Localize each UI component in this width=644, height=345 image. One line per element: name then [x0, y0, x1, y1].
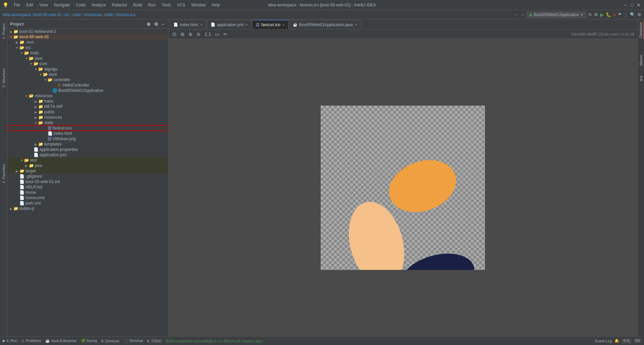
tree-item-pomxml[interactable]: 📄 pom.xml	[7, 200, 168, 206]
breadcrumb-item-2[interactable]: src	[64, 12, 70, 17]
keyboard-layout[interactable]: EN	[634, 339, 641, 343]
tree-item-templates[interactable]: ▶ 📁 templates	[7, 141, 168, 147]
tree-item-boot-pkg[interactable]: ▼ 📂 boot	[7, 72, 168, 77]
ime-status[interactable]: 中文	[622, 338, 631, 344]
todo-button[interactable]: 6: TODO	[147, 339, 162, 343]
tree-item-static[interactable]: ▼ 📂 static	[7, 120, 168, 125]
tree-item-metainf[interactable]: ▶ 📁 META-INF	[7, 104, 168, 109]
close-button[interactable]: ✕	[636, 2, 641, 8]
breadcrumb-item-1[interactable]: boot-05-web-01	[34, 12, 62, 17]
breadcrumb-item-4[interactable]: resources	[84, 12, 102, 17]
minimize-button[interactable]: ─	[623, 2, 628, 8]
menu-edit[interactable]: Edit	[23, 2, 36, 8]
tree-item-testjava[interactable]: ▶ 📁 java	[7, 163, 168, 168]
tree-item-public[interactable]: ▶ 📁 public	[7, 109, 168, 115]
tree-item-appyaml[interactable]: 📄 application.yml	[7, 152, 168, 158]
build-icon[interactable]: ⚙	[594, 12, 598, 17]
menu-vcs[interactable]: VCS	[174, 2, 188, 8]
spring-button[interactable]: 🌿 Spring	[81, 339, 97, 343]
tab-close-index[interactable]: ✕	[200, 23, 203, 26]
tree-item-boot05[interactable]: ▼ 📂 boot-05-web-01	[7, 34, 168, 40]
menu-view[interactable]: View	[37, 2, 51, 8]
right-sidebar-tab-maven[interactable]: Maven	[638, 53, 644, 67]
sidebar-tab-project[interactable]: 1: Project	[1, 22, 6, 40]
tree-item-atguigu[interactable]: ▼ 📂 atguigu	[7, 66, 168, 72]
tree-item-main[interactable]: ▼ 📂 main	[7, 50, 168, 56]
menu-code[interactable]: Code	[73, 2, 88, 8]
tab-close-favicon[interactable]: ✕	[282, 23, 285, 27]
stop-icon[interactable]: ■	[613, 12, 616, 17]
hide-panel-icon[interactable]: −	[161, 21, 165, 27]
debug-icon[interactable]: 🐛	[606, 12, 611, 17]
tab-index-html[interactable]: 📄 index.html ✕	[170, 20, 206, 29]
tree-item-resources2[interactable]: ▶ 📁 resources	[7, 115, 168, 120]
menu-analyze[interactable]: Analyze	[89, 2, 109, 8]
run-config-selector[interactable]: ▶ Boot05Web01Application ▼	[527, 12, 586, 18]
menu-file[interactable]: File	[11, 2, 23, 8]
zoom-out-button[interactable]: ⊖	[195, 31, 202, 38]
gear-icon[interactable]: ⚙	[153, 21, 159, 27]
right-sidebar-tab-ant[interactable]: Ant	[638, 74, 644, 83]
tree-item-index[interactable]: 📄 index.html	[7, 131, 168, 136]
tree-item-boot05app[interactable]: 🌐 Boot05Web01Application	[7, 88, 168, 93]
breadcrumb-item-5[interactable]: static	[104, 12, 114, 17]
breadcrumb-item-0[interactable]: idea-workspace	[3, 12, 31, 17]
scope-icon[interactable]: ⊕	[146, 21, 152, 27]
fit-page-button[interactable]: ⊡	[171, 31, 178, 38]
tab-close-boot05app[interactable]: ✕	[355, 23, 357, 26]
tree-item-mvnwcmd[interactable]: 📄 mvnw.cmd	[7, 195, 168, 200]
tree-item-gitignore[interactable]: 📄 .gitignore	[7, 174, 168, 179]
tree-item-test[interactable]: ▼ 📂 test	[7, 158, 168, 163]
menu-window[interactable]: Window	[189, 2, 208, 8]
menu-refactor[interactable]: Refactor	[109, 2, 130, 8]
run-panel-button[interactable]: ▶ 4: Run	[3, 339, 17, 343]
breadcrumb-item-6[interactable]: favicon.ico	[116, 12, 136, 17]
tree-item-haha[interactable]: ▶ 📁 haha	[7, 99, 168, 104]
coverage-icon[interactable]: ☂	[618, 12, 622, 17]
tab-close-appyml[interactable]: ✕	[245, 23, 248, 26]
color-picker-button[interactable]: ✏	[222, 31, 229, 38]
event-log-button[interactable]: Event Log	[595, 339, 612, 343]
menu-build[interactable]: Build	[130, 2, 145, 8]
tree-item-mvnw[interactable]: 📄 mvnw	[7, 190, 168, 195]
menu-navigate[interactable]: Navigate	[51, 2, 72, 8]
menu-run[interactable]: Run	[146, 2, 158, 8]
tab-boot05app[interactable]: ☕ Boot05Web01Application.java ✕	[289, 20, 361, 29]
zoom-in-button[interactable]: ⊕	[187, 31, 194, 38]
settings-icon[interactable]: ⚙	[637, 12, 641, 17]
menu-help[interactable]: Help	[209, 2, 223, 8]
tree-item-favicon[interactable]: 🖼 favicon.ico	[7, 125, 168, 131]
fit-frame-button[interactable]: ▭	[214, 31, 221, 38]
actual-size-button[interactable]: ⊞	[179, 31, 186, 38]
tree-item-helpmd[interactable]: 📄 HELP.md	[7, 184, 168, 190]
right-sidebar-tab-database[interactable]: Database	[638, 21, 644, 39]
notification-icon[interactable]: 🔔	[614, 339, 619, 343]
sidebar-tab-structure[interactable]: 2: Structure	[1, 67, 6, 89]
breadcrumb-item-3[interactable]: main	[72, 12, 81, 17]
search-everywhere-icon[interactable]: 🔍	[630, 12, 635, 17]
zoom-ratio-button[interactable]: 1:1	[203, 31, 212, 38]
tree-item-mvn[interactable]: ▶ 📁 .mvn	[7, 40, 168, 45]
tree-item-target[interactable]: ▶ 📁 target	[7, 168, 168, 174]
services-button[interactable]: 8: Services	[101, 339, 119, 343]
tree-item-boot01[interactable]: ▶ 📁 boot-01-helloworld-2	[7, 29, 168, 34]
run-icon[interactable]: ▶	[600, 12, 604, 17]
problems-button[interactable]: ⚠ Problems	[21, 339, 41, 343]
tab-favicon-ico[interactable]: 🖼 favicon.ico ✕	[252, 20, 288, 29]
java-enterprise-button[interactable]: ☕ Java Enterprise	[45, 339, 77, 343]
sync-icon[interactable]: ↻	[588, 12, 592, 17]
tree-item-java-dir[interactable]: ▼ 📂 java	[7, 56, 168, 61]
back-icon[interactable]: ←	[515, 12, 519, 17]
tree-item-hellocontroller[interactable]: C HelloController	[7, 82, 168, 88]
more-icon[interactable]: ⋮	[624, 12, 628, 17]
tree-item-dubbo[interactable]: ▶ 📁 dubbo-jt	[7, 206, 168, 211]
sidebar-tab-favorites[interactable]: 2: Favorites	[1, 163, 6, 184]
tree-item-src[interactable]: ▼ 📂 src	[7, 45, 168, 50]
tree-item-com[interactable]: ▼ 📂 com	[7, 61, 168, 66]
tree-item-controller[interactable]: ▼ 📂 controller	[7, 77, 168, 82]
tree-item-appprops[interactable]: 📄 application.properties	[7, 147, 168, 152]
menu-tools[interactable]: Tools	[159, 2, 174, 8]
terminal-button[interactable]: ⬛ Terminal	[123, 339, 143, 343]
tab-application-yml[interactable]: 📄 application.yml ✕	[207, 20, 252, 29]
tree-item-iml[interactable]: 📄 boot-05-web-01.iml	[7, 179, 168, 184]
